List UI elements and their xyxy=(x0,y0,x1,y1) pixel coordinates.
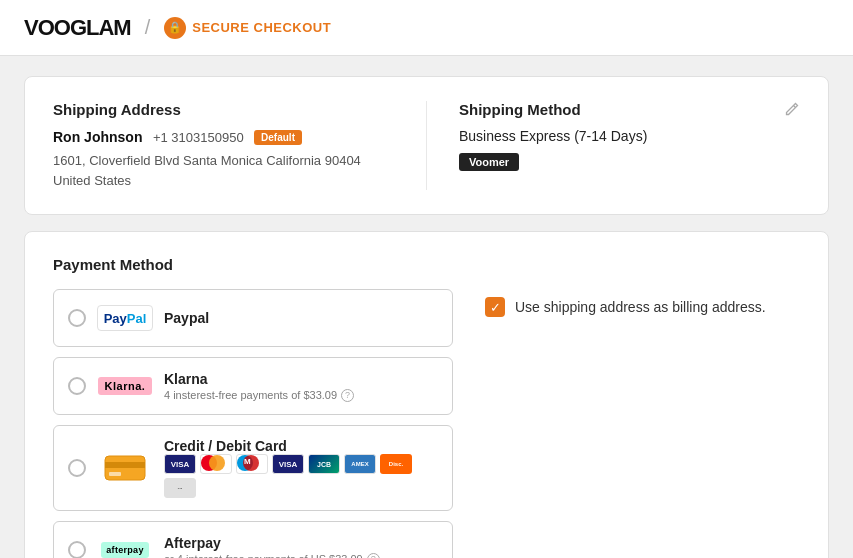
paypal-logo: PayPal xyxy=(100,302,150,334)
secure-checkout-badge: 🔒 SECURE CHECKOUT xyxy=(164,17,331,39)
afterpay-option[interactable]: afterpay Afterpay or 4 interest-free pay… xyxy=(53,521,453,558)
credit-card-logo xyxy=(100,452,150,484)
shipping-method-name: Business Express (7-14 Days) xyxy=(459,128,800,144)
shipping-method-section: Shipping Method Business Express (7-14 D… xyxy=(427,101,800,190)
klarna-info-icon[interactable]: ? xyxy=(341,389,354,402)
afterpay-sub: or 4 interest-free payments of US $33.09… xyxy=(164,553,380,559)
lock-icon: 🔒 xyxy=(164,17,186,39)
paypal-label: Paypal xyxy=(164,310,209,326)
klarna-info: Klarna 4 insterest-free payments of $33.… xyxy=(164,371,354,402)
payment-options-list: PayPal Paypal Klarna. Klarna xyxy=(53,289,453,558)
header-divider: / xyxy=(145,16,151,39)
visa-icon: VISA xyxy=(164,454,196,474)
visa2-icon: VISA xyxy=(272,454,304,474)
carrier-badge: Voomer xyxy=(459,153,519,171)
customer-info-row: Ron Johnson +1 3103150950 Default xyxy=(53,128,394,146)
mastercard-icon xyxy=(200,454,232,474)
customer-phone: +1 3103150950 xyxy=(153,130,244,145)
credit-card-option[interactable]: Credit / Debit Card VISA xyxy=(53,425,453,511)
extra-cards-icon: ··· xyxy=(164,478,196,498)
brand-logo[interactable]: VOOGLAM xyxy=(24,15,131,41)
payment-card: Payment Method PayPal Paypal xyxy=(24,231,829,558)
main-content: Shipping Address Ron Johnson +1 31031509… xyxy=(0,56,853,558)
maestro-icon: M xyxy=(236,454,268,474)
shipping-address-title: Shipping Address xyxy=(53,101,394,118)
credit-card-info: Credit / Debit Card VISA xyxy=(164,438,438,498)
paypal-option[interactable]: PayPal Paypal xyxy=(53,289,453,347)
svg-rect-1 xyxy=(105,462,145,468)
klarna-radio[interactable] xyxy=(68,377,86,395)
shipping-card: Shipping Address Ron Johnson +1 31031509… xyxy=(24,76,829,215)
customer-address: 1601, Cloverfield Blvd Santa Monica Cali… xyxy=(53,151,394,190)
billing-section: ✓ Use shipping address as billing addres… xyxy=(453,289,800,558)
card-icons-row: VISA M xyxy=(164,454,438,498)
discover-icon: Disc. xyxy=(380,454,412,474)
secure-checkout-label: SECURE CHECKOUT xyxy=(192,20,331,35)
shipping-method-title: Shipping Method xyxy=(459,101,800,118)
svg-rect-2 xyxy=(109,472,121,476)
klarna-sub: 4 insterest-free payments of $33.09 ? xyxy=(164,389,354,402)
afterpay-info: Afterpay or 4 interest-free payments of … xyxy=(164,535,380,559)
customer-name: Ron Johnson xyxy=(53,129,142,145)
shipping-address-section: Shipping Address Ron Johnson +1 31031509… xyxy=(53,101,427,190)
afterpay-logo: afterpay xyxy=(100,534,150,558)
credit-card-label: Credit / Debit Card xyxy=(164,438,438,454)
klarna-option[interactable]: Klarna. Klarna 4 insterest-free payments… xyxy=(53,357,453,415)
jcb-icon: JCB xyxy=(308,454,340,474)
afterpay-label: Afterpay xyxy=(164,535,380,551)
afterpay-radio[interactable] xyxy=(68,541,86,558)
credit-card-radio[interactable] xyxy=(68,459,86,477)
billing-label: Use shipping address as billing address. xyxy=(515,299,766,315)
paypal-radio[interactable] xyxy=(68,309,86,327)
payment-method-title: Payment Method xyxy=(53,256,800,273)
payment-content: PayPal Paypal Klarna. Klarna xyxy=(53,289,800,558)
default-badge: Default xyxy=(254,130,302,145)
afterpay-info-icon[interactable]: ? xyxy=(367,553,380,559)
klarna-logo: Klarna. xyxy=(100,370,150,402)
use-shipping-checkbox[interactable]: ✓ xyxy=(485,297,505,317)
billing-checkbox-row: ✓ Use shipping address as billing addres… xyxy=(485,297,800,317)
edit-shipping-icon[interactable] xyxy=(784,101,800,121)
header: VOOGLAM / 🔒 SECURE CHECKOUT xyxy=(0,0,853,56)
paypal-info: Paypal xyxy=(164,310,209,326)
klarna-label: Klarna xyxy=(164,371,354,387)
amex-icon: AMEX xyxy=(344,454,376,474)
